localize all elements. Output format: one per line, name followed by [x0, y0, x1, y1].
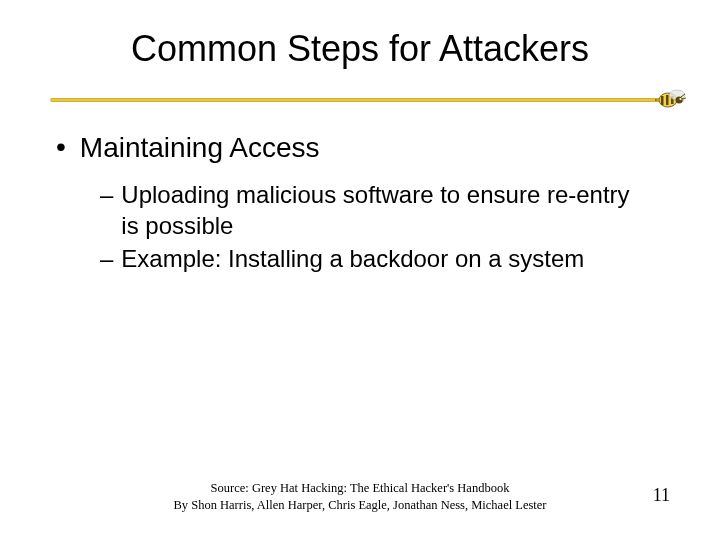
- svg-point-5: [676, 97, 683, 104]
- bullet-level1: • Maintaining Access: [56, 130, 664, 165]
- bullet-level2-text: Uploading malicious software to ensure r…: [121, 179, 641, 241]
- bullet-level2-text: Example: Installing a backdoor on a syst…: [121, 243, 584, 274]
- bullet-level1-text: Maintaining Access: [80, 130, 320, 165]
- slide-content: • Maintaining Access – Uploading malicio…: [0, 112, 720, 275]
- svg-rect-1: [661, 96, 664, 105]
- slide-title: Common Steps for Attackers: [0, 0, 720, 70]
- svg-rect-2: [666, 95, 669, 105]
- bullet-level2-item: – Uploading malicious software to ensure…: [100, 179, 664, 241]
- page-number: 11: [653, 485, 670, 506]
- svg-marker-9: [655, 99, 659, 101]
- dash-icon: –: [100, 243, 113, 274]
- divider-line: [50, 98, 684, 102]
- source-line-1: Source: Grey Hat Hacking: The Ethical Ha…: [0, 480, 720, 497]
- dash-icon: –: [100, 179, 113, 210]
- bullet-level2-item: – Example: Installing a backdoor on a sy…: [100, 243, 664, 274]
- bullet-level2-group: – Uploading malicious software to ensure…: [56, 179, 664, 275]
- bee-icon: [654, 86, 690, 112]
- source-line-2: By Shon Harris, Allen Harper, Chris Eagl…: [0, 497, 720, 514]
- source-footer: Source: Grey Hat Hacking: The Ethical Ha…: [0, 480, 720, 514]
- svg-point-6: [679, 98, 681, 100]
- title-divider: [0, 88, 720, 112]
- bullet-dot-icon: •: [56, 130, 66, 164]
